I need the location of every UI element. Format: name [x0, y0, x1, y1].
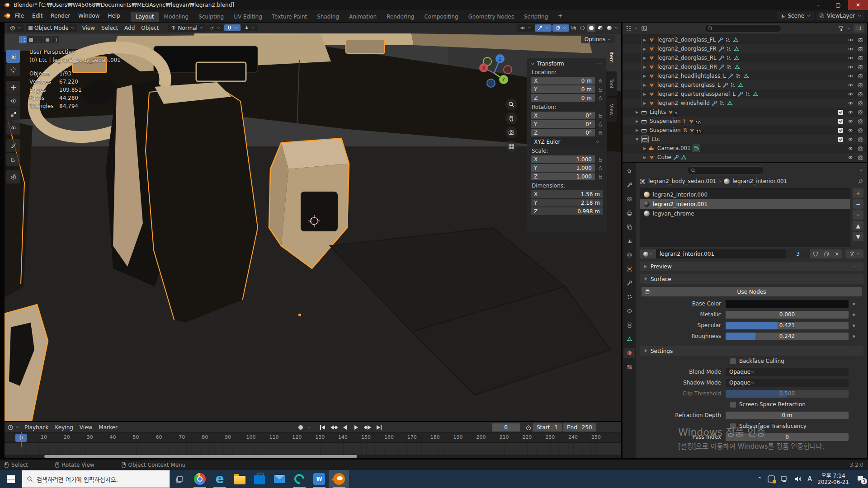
workspace-tab-shading[interactable]: Shading	[312, 12, 344, 22]
axis-neg-z[interactable]	[487, 79, 495, 87]
output-tab-tab[interactable]	[623, 208, 635, 218]
outliner-search-input[interactable]	[704, 24, 781, 33]
cursor-tool[interactable]	[6, 63, 20, 76]
modifiers-tab-tab[interactable]	[623, 278, 635, 288]
transform-tool[interactable]	[6, 122, 20, 135]
animate-property-dot[interactable]	[853, 335, 855, 338]
previous-keyframe-button[interactable]	[329, 423, 339, 432]
disable-render-toggle[interactable]	[858, 145, 863, 151]
pin-icon[interactable]	[858, 178, 863, 184]
item-name[interactable]: Lights	[650, 109, 666, 115]
item-name[interactable]: Cube	[657, 154, 671, 160]
jump-to-end-button[interactable]	[374, 423, 384, 432]
disclosure-icon[interactable]: ▶	[642, 92, 647, 96]
rotation-z-field[interactable]: Z0°	[531, 129, 595, 136]
transform-orientation-selector[interactable]: Normal	[168, 24, 206, 32]
location-z-field[interactable]: Z0 m	[531, 94, 595, 102]
taskbar-app-edge[interactable]: e	[210, 470, 230, 488]
item-name[interactable]: legran2_doorglass_FL	[657, 37, 716, 43]
disable-render-toggle[interactable]	[858, 127, 863, 133]
disclosure-icon[interactable]: ▼	[635, 137, 639, 141]
checkbox[interactable]	[730, 358, 736, 364]
megasync-tray-icon[interactable]	[768, 475, 775, 483]
taskbar-app-mail[interactable]	[269, 470, 289, 488]
checkbox[interactable]	[730, 402, 736, 408]
pivot-point-selector[interactable]	[207, 24, 223, 31]
viewport-menu-object[interactable]: Object	[138, 24, 162, 32]
workspace-tab-rendering[interactable]: Rendering	[382, 12, 419, 22]
hide-viewport-toggle[interactable]	[848, 109, 854, 115]
pass-index-field[interactable]: 0	[726, 433, 849, 441]
lock-icon[interactable]	[598, 87, 603, 92]
hide-viewport-toggle[interactable]	[848, 73, 854, 79]
viewport-menu-select[interactable]: Select	[98, 24, 121, 32]
outliner-editor-icon[interactable]	[625, 25, 632, 32]
timeline-ruler[interactable]: 0 01020304050607080901001101201301401501…	[5, 433, 621, 443]
timeline-menu-playback[interactable]: Playback	[21, 423, 52, 432]
slot-specials-button[interactable]	[853, 210, 863, 220]
play-reverse-button[interactable]	[340, 423, 350, 432]
panel-collapse-icon[interactable]	[531, 62, 535, 66]
hide-viewport-toggle[interactable]	[848, 64, 854, 70]
disable-render-toggle[interactable]	[858, 155, 863, 160]
menu-help[interactable]: Help	[104, 13, 124, 19]
move-slot-up-button[interactable]: ▲	[853, 221, 863, 230]
chevron-down-icon[interactable]	[859, 168, 863, 173]
navigation-gizmo[interactable]: X Y Z	[474, 52, 514, 92]
rotation-y-field[interactable]: Y0°	[531, 120, 595, 128]
menu-render[interactable]: Render	[47, 13, 74, 19]
disable-render-toggle[interactable]	[858, 73, 863, 79]
workspace-tab-animation[interactable]: Animation	[344, 12, 382, 22]
material-tab-tab[interactable]	[623, 348, 635, 358]
outliner-item-legran2_doorglass_FL[interactable]: ▶legran2_doorglass_FL	[623, 35, 867, 44]
disclosure-icon[interactable]: ▶	[642, 74, 647, 78]
outliner-item-legran2_windsheild[interactable]: ▶legran2_windsheild	[623, 99, 867, 108]
annotate-tool[interactable]	[6, 139, 20, 152]
disclosure-icon[interactable]: ▶	[642, 146, 647, 150]
shading-wireframe-button[interactable]	[578, 24, 586, 32]
rotation-x-field[interactable]: X0°	[531, 112, 595, 119]
collection-checkbox[interactable]	[838, 136, 844, 142]
scale-y-field[interactable]: Y1.000	[531, 164, 595, 172]
disable-render-toggle[interactable]	[858, 136, 863, 142]
lock-icon[interactable]	[598, 113, 603, 118]
scale-z-field[interactable]: Z1.000	[531, 173, 595, 180]
hidden-icons-button[interactable]: ⌃	[757, 476, 762, 483]
hide-viewport-toggle[interactable]	[848, 82, 854, 88]
mode-selector[interactable]: Object Mode	[26, 24, 77, 32]
workspace-tab-scripting[interactable]: Scripting	[519, 12, 553, 22]
shading-material-button[interactable]	[596, 24, 604, 32]
outliner-item-legran2_doorglass_RL[interactable]: ▶legran2_doorglass_RL	[623, 53, 867, 62]
disclosure-icon[interactable]: ▶	[642, 38, 647, 42]
proportional-editing-toggle[interactable]	[241, 24, 258, 31]
settings-panel-header[interactable]: ▼ Settings ····	[640, 346, 863, 356]
hide-viewport-toggle[interactable]	[848, 145, 854, 151]
clip-threshold-field[interactable]: 0.500	[726, 390, 849, 398]
viewport-menu-add[interactable]: Add	[121, 24, 138, 32]
rotate-tool[interactable]	[6, 94, 20, 108]
current-frame-field[interactable]: 0	[492, 423, 520, 432]
outliner-item-Suspension_F[interactable]: ▶Suspension_F10	[623, 117, 867, 126]
stopwatch-icon[interactable]	[525, 424, 532, 431]
item-name[interactable]: legran2_quarterglass_L	[657, 82, 721, 88]
dimensions-y-field[interactable]: Y2.18 m	[531, 199, 603, 206]
select-mode-tweak[interactable]	[19, 36, 27, 43]
menu-window[interactable]: Window	[74, 13, 104, 19]
editor-type-button[interactable]	[7, 24, 24, 32]
outliner-item-Suspension_R[interactable]: ▶Suspension_R11	[623, 126, 867, 135]
outliner-item-Cube[interactable]: ▶Cube	[623, 153, 867, 162]
item-name[interactable]: Suspension_R	[650, 127, 687, 133]
disable-render-toggle[interactable]	[858, 37, 863, 43]
taskbar-app-megasync-ring[interactable]	[289, 470, 309, 488]
workspace-tab-uv-editing[interactable]: UV Editing	[229, 12, 267, 22]
item-name[interactable]: legran2_quarterglasspanel_L	[657, 91, 736, 97]
material-slot-legran2_interior.000[interactable]: legran2_interior.000	[640, 190, 850, 199]
scene-selector[interactable]: Scene	[777, 12, 814, 20]
item-name[interactable]: legran2_doorglass_FR	[657, 46, 717, 52]
remove-slot-button[interactable]: −	[853, 199, 863, 209]
disclosure-icon[interactable]: ▶	[642, 56, 647, 60]
disable-render-toggle[interactable]	[858, 55, 863, 61]
lock-icon[interactable]	[598, 122, 603, 127]
timeline-editor-icon[interactable]	[7, 424, 14, 431]
workspace-tab-layout[interactable]: Layout	[131, 12, 159, 22]
